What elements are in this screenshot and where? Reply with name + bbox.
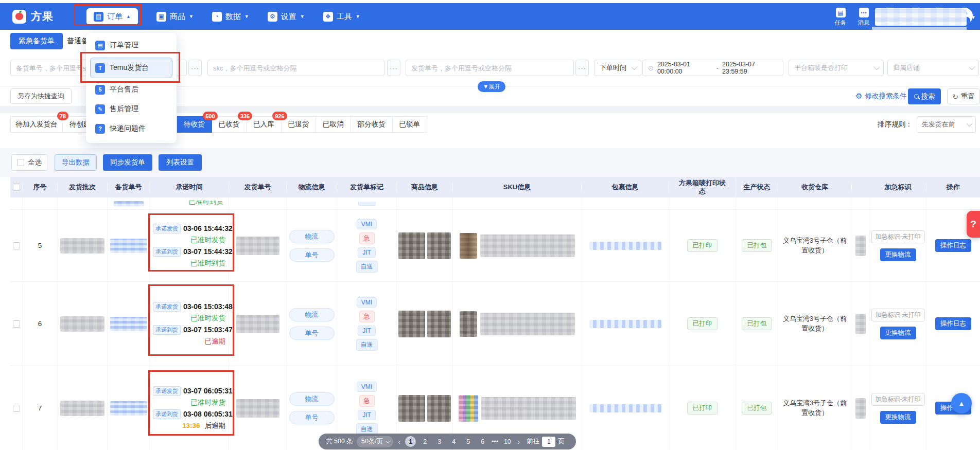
menu-item-aftersales-management[interactable]: ✎ 售后管理 — [92, 102, 170, 116]
time-type-select[interactable]: 下单时间 — [594, 60, 641, 76]
temu-icon: T — [95, 63, 105, 73]
col-promise-time: 承诺时间 — [150, 183, 229, 191]
nav-item-settings[interactable]: ⚙ 设置 ▼ — [268, 12, 305, 22]
logistics-button[interactable]: 物流 — [289, 230, 335, 243]
reset-button[interactable]: ↻ 重置 — [947, 88, 980, 104]
status-tab-pending-join[interactable]: 待加入发货台 78 — [10, 116, 63, 133]
status-tab-label: 已退货 — [288, 120, 309, 129]
change-logistics-button[interactable]: 更换物流 — [880, 411, 916, 424]
row-checkbox[interactable] — [13, 242, 20, 249]
status-tab-label: 待加入发货台 — [16, 120, 58, 129]
export-data-button[interactable]: 导出数据 — [55, 154, 97, 171]
goto-page-input[interactable]: 1 — [542, 437, 555, 447]
next-page-button[interactable]: › — [516, 437, 521, 446]
user-caret-down-icon[interactable]: ▼ — [971, 14, 976, 20]
status-tab-locked[interactable]: 已锁单 — [393, 116, 428, 133]
operation-log-button[interactable]: 操作日志 — [935, 317, 971, 330]
brand-logo[interactable]: 方果 — [12, 9, 54, 24]
blurred-extra — [855, 398, 866, 419]
stock-no-more-button[interactable]: ··· — [188, 60, 202, 76]
menu-item-platform-aftersales[interactable]: 5 平台售后 — [92, 82, 170, 97]
nav-item-data[interactable]: ◔ 数据 ▼ — [212, 12, 249, 22]
page-5-button[interactable]: 5 — [463, 436, 474, 447]
ship-no-more-button[interactable]: ··· — [575, 60, 589, 76]
blurred-stock-no-link[interactable] — [110, 401, 147, 416]
page-1-button[interactable]: 1 — [405, 436, 416, 447]
ship-no-input[interactable] — [406, 60, 574, 76]
tracking-no-button[interactable]: 单号 — [289, 411, 335, 424]
nav-item-products[interactable]: ▣ 商品 ▼ — [156, 12, 194, 22]
urgent-mark-unprinted-button[interactable]: 加急标识-未打印 — [871, 309, 925, 321]
nav-item-orders[interactable]: ▤ 订单 ▲ — [86, 8, 138, 25]
operation-log-button[interactable]: 操作日志 — [935, 239, 971, 252]
products-icon: ▣ — [156, 12, 166, 22]
page-3-button[interactable]: 3 — [434, 436, 445, 447]
blurred-package-link[interactable] — [589, 242, 661, 250]
modify-search-conditions-label: 修改搜索条件 — [865, 92, 906, 101]
overdue-suffix: 后逾期 — [205, 421, 226, 430]
help-fab[interactable]: ? — [967, 211, 980, 238]
blurred-sku-text — [480, 313, 575, 335]
status-tab-partial-receipt[interactable]: 部分收货 — [351, 116, 393, 133]
menu-item-order-management[interactable]: ▤ 订单管理 — [92, 38, 170, 52]
menu-item-temu-dispatch[interactable]: T Temu发货台 — [90, 58, 172, 78]
status-tab-cancelled[interactable]: 已取消 — [316, 116, 351, 133]
blurred-ship-no — [236, 315, 279, 333]
select-all-checkbox[interactable] — [17, 159, 24, 166]
modify-search-conditions-link[interactable]: ⚙ 修改搜索条件 — [855, 92, 906, 101]
date-range-picker[interactable]: ⊙ 2025-03-01 00:00:00 - 2025-03-07 23:59… — [642, 60, 783, 76]
page-2-button[interactable]: 2 — [419, 436, 430, 447]
status-tab-received[interactable]: 已收货 336 — [212, 116, 247, 133]
sort-rule-label: 排序规则： — [878, 120, 913, 129]
order-management-icon: ▤ — [95, 41, 105, 50]
tracking-no-button[interactable]: 单号 — [289, 248, 335, 262]
urgent-mark-unprinted-button[interactable]: 加急标识-未打印 — [871, 230, 925, 243]
warehouse-name: 义乌宝湾3号子仓（前置收货） — [782, 314, 847, 334]
list-settings-button[interactable]: 列表设置 — [159, 154, 202, 171]
change-logistics-button[interactable]: 更换物流 — [880, 248, 916, 261]
sort-rule-select[interactable]: 先发货在前 — [917, 116, 976, 133]
blurred-package-link[interactable] — [589, 320, 661, 328]
back-to-top-button[interactable]: ▲ — [951, 393, 972, 413]
skc-more-button[interactable]: ··· — [387, 60, 400, 76]
prev-page-button[interactable]: ‹ — [397, 437, 401, 446]
logistics-button[interactable]: 物流 — [289, 392, 335, 406]
tasks-button[interactable]: ▤ 任务 — [835, 8, 847, 27]
logistics-button[interactable]: 物流 — [289, 308, 335, 321]
table-row: 5 承诺发货03-06 15:44:32 已准时发货 承诺到货03-07 15:… — [10, 210, 980, 282]
change-logistics-button[interactable]: 更换物流 — [880, 327, 916, 339]
shop-select[interactable]: 归属店铺 — [887, 60, 979, 76]
search-button[interactable]: 搜索 — [908, 88, 941, 104]
row-checkbox[interactable] — [13, 405, 20, 412]
expand-button[interactable]: ▼展开 — [478, 81, 505, 92]
pages-ellipsis[interactable]: ••• — [492, 438, 498, 445]
nav-item-tools[interactable]: ❖ 工具 ▼ — [323, 12, 360, 22]
caret-down-icon: ▼ — [300, 14, 305, 19]
save-quick-query-button[interactable]: 另存为快捷查询 — [10, 88, 72, 104]
select-all-button[interactable]: 全选 — [11, 154, 47, 171]
row-seq: 7 — [23, 366, 58, 450]
box-label-printed-select[interactable]: 平台箱唛是否打印 — [789, 60, 884, 76]
messages-button[interactable]: ⋯ 消息 — [858, 8, 870, 27]
page-10-button[interactable]: 10 — [502, 436, 513, 447]
skc-input[interactable] — [207, 60, 384, 76]
tracking-no-button[interactable]: 单号 — [289, 327, 335, 340]
status-tab-in-warehouse[interactable]: 已入库 926 — [247, 116, 282, 133]
col-warehouse: 收货仓库 — [778, 183, 852, 191]
urgent-mark-unprinted-button[interactable]: 加急标识-未打印 — [871, 393, 925, 406]
blurred-package-link[interactable] — [589, 404, 661, 412]
header-checkbox[interactable] — [13, 184, 20, 191]
status-tab-awaiting-receipt[interactable]: 待收货 500 — [177, 116, 212, 133]
sync-shipments-button[interactable]: 同步发货单 — [103, 154, 152, 171]
blurred-stock-no-link[interactable] — [110, 239, 147, 253]
page-6-button[interactable]: 6 — [477, 436, 488, 447]
blurred-extra — [855, 236, 866, 256]
page-4-button[interactable]: 4 — [448, 436, 459, 447]
status-tab-returned[interactable]: 已退货 — [282, 116, 317, 133]
menu-item-courier-problems[interactable]: ? 快递问题件 — [92, 121, 170, 136]
blurred-stock-no-link[interactable] — [110, 317, 147, 331]
promise-ship-time: 03-06 15:03:48 — [183, 302, 233, 311]
tab-urgent-stock-orders[interactable]: 紧急备货单 — [10, 33, 63, 49]
row-checkbox[interactable] — [13, 320, 20, 328]
per-page-select[interactable]: 50条/页 — [357, 436, 393, 447]
